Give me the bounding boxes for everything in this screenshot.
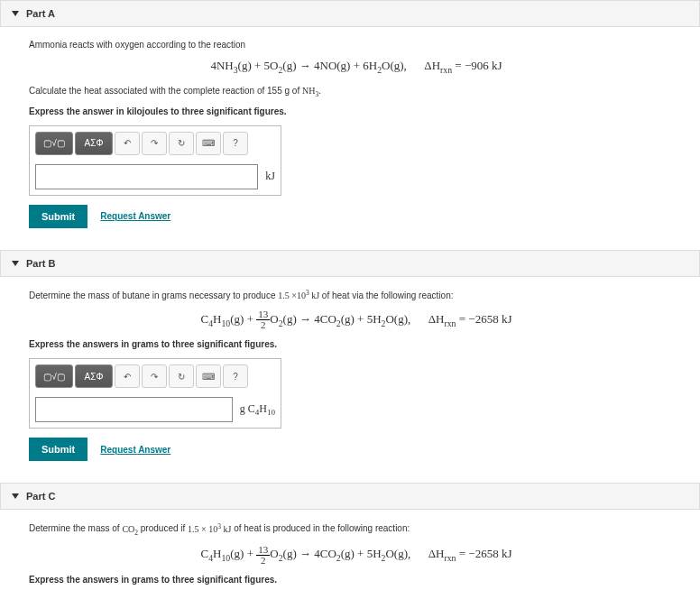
part-c-intro: Determine the mass of CO2 produced if 1.… (29, 521, 684, 538)
undo-button[interactable]: ↶ (115, 132, 140, 155)
part-c-bold: Express the answers in grams to three si… (29, 575, 684, 585)
part-a-bold: Express the answer in kilojoules to thre… (29, 106, 684, 116)
reset-button[interactable]: ↻ (169, 364, 194, 388)
part-b-title: Part B (26, 258, 55, 269)
help-button[interactable]: ? (223, 132, 248, 155)
part-b-answer-input[interactable] (35, 397, 233, 422)
part-b-body: Determine the mass of butane in grams ne… (0, 277, 700, 472)
undo-button[interactable]: ↶ (115, 364, 140, 388)
part-b-submit-button[interactable]: Submit (29, 438, 88, 461)
reset-button[interactable]: ↻ (169, 132, 194, 155)
greek-button[interactable]: ΑΣΦ (75, 364, 113, 388)
part-b-header[interactable]: Part B (0, 250, 700, 277)
greek-button[interactable]: ΑΣΦ (75, 132, 113, 155)
part-a-title: Part A (26, 8, 55, 19)
part-c: Part C Determine the mass of CO2 produce… (0, 483, 700, 590)
part-b-bold: Express the answers in grams to three si… (29, 339, 684, 349)
part-b-intro: Determine the mass of butane in grams ne… (29, 288, 684, 302)
part-b-answer-box: ▢√▢ ΑΣΦ ↶ ↷ ↻ ⌨ ? g C4H10 (29, 358, 281, 429)
part-b: Part B Determine the mass of butane in g… (0, 250, 700, 472)
part-a-equation: 4NH3(g) + 5O2(g) → 4NO(g) + 6H2O(g), ΔHr… (29, 59, 684, 75)
part-a-header[interactable]: Part A (0, 0, 700, 27)
chevron-down-icon (12, 493, 19, 499)
part-a-intro: Ammonia reacts with oxygen according to … (29, 38, 684, 51)
part-c-title: Part C (26, 491, 55, 502)
answer-toolbar: ▢√▢ ΑΣΦ ↶ ↷ ↻ ⌨ ? (35, 364, 275, 388)
templates-button[interactable]: ▢√▢ (35, 132, 73, 155)
part-a-unit: kJ (265, 170, 275, 183)
part-b-equation: C4H10(g) + 132O2(g) → 4CO2(g) + 5H2O(g),… (29, 309, 684, 330)
part-c-body: Determine the mass of CO2 produced if 1.… (0, 510, 700, 590)
keyboard-button[interactable]: ⌨ (196, 132, 221, 155)
chevron-down-icon (12, 11, 19, 16)
help-button[interactable]: ? (223, 364, 248, 388)
part-a-request-answer-link[interactable]: Request Answer (100, 211, 170, 221)
part-a: Part A Ammonia reacts with oxygen accord… (0, 0, 700, 239)
part-b-unit: g C4H10 (240, 402, 275, 417)
part-a-answer-box: ▢√▢ ΑΣΦ ↶ ↷ ↻ ⌨ ? kJ (29, 125, 281, 196)
chevron-down-icon (12, 261, 19, 266)
redo-button[interactable]: ↷ (142, 132, 167, 155)
part-a-body: Ammonia reacts with oxygen according to … (0, 27, 700, 239)
part-b-request-answer-link[interactable]: Request Answer (100, 445, 170, 455)
part-c-equation: C4H10(g) + 132O2(g) → 4CO2(g) + 5H2O(g),… (29, 545, 684, 566)
templates-button[interactable]: ▢√▢ (35, 364, 73, 388)
part-a-submit-button[interactable]: Submit (29, 205, 88, 228)
part-a-calc-line: Calculate the heat associated with the c… (29, 84, 684, 99)
part-c-header[interactable]: Part C (0, 483, 700, 510)
answer-toolbar: ▢√▢ ΑΣΦ ↶ ↷ ↻ ⌨ ? (35, 132, 275, 155)
redo-button[interactable]: ↷ (142, 364, 167, 388)
keyboard-button[interactable]: ⌨ (196, 364, 221, 388)
part-a-answer-input[interactable] (35, 164, 258, 189)
